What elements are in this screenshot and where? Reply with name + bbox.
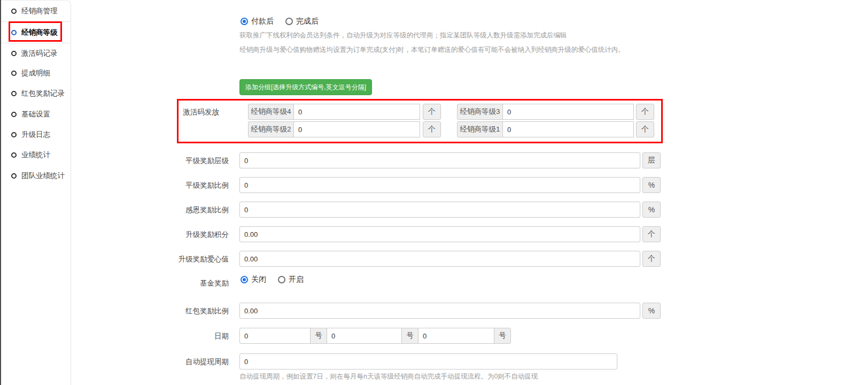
radio-selected-icon xyxy=(241,276,248,283)
unit-addon-day: 号 xyxy=(494,328,511,344)
circle-icon xyxy=(11,173,17,179)
unit-addon-layer[interactable]: 层 xyxy=(642,152,661,168)
sidebar-item-label: 业绩统计 xyxy=(21,150,50,160)
window-edge xyxy=(0,0,1,385)
activation-level3-input[interactable] xyxy=(502,104,634,120)
date-input-group: 号 号 号 xyxy=(239,328,511,344)
activation-level1-input[interactable] xyxy=(502,121,634,137)
help-text-auto-withdraw: 自动提现周期，例如设置7日，则在每月每n天该等级经销商自动完成手动提现流程。为0… xyxy=(239,372,538,381)
input-prefix-label: 经销商等级4 xyxy=(248,104,294,120)
sidebar-item-label: 升级日志 xyxy=(21,130,50,140)
circle-icon xyxy=(11,71,17,76)
dealer-level-settings-page: 经销商管理 经销商等级 激活码记录 提成明细 红包奖励记录 基础设置 升级日志 xyxy=(0,0,868,385)
radio-label: 开启 xyxy=(289,275,304,284)
upgrade-reward-love-value-input[interactable] xyxy=(239,251,640,267)
sidebar-item-label: 提成明细 xyxy=(21,68,50,78)
upgrade-reward-points-input[interactable] xyxy=(239,226,640,242)
input-prefix-label: 经销商等级3 xyxy=(457,104,503,120)
fund-reward-label: 基金奖励 xyxy=(107,279,229,288)
unit-addon-ge[interactable]: 个 xyxy=(642,251,661,267)
date-label: 日期 xyxy=(107,332,229,341)
input-prefix-label: 经销商等级1 xyxy=(457,121,503,137)
sidebar-item-label: 红包奖励记录 xyxy=(21,89,65,98)
same-level-reward-layers-label: 平级奖励层级 xyxy=(107,156,229,166)
add-group-button[interactable]: 添加分组[选择升级方式编号,英文逗号分隔] xyxy=(239,79,372,95)
activation-group-level3: 经销商等级3 xyxy=(457,104,634,120)
upgrade-reward-love-value-label: 升级奖励爱心值 xyxy=(107,255,229,264)
circle-icon xyxy=(11,132,17,137)
upgrade-reward-points-label: 升级奖励积分 xyxy=(107,230,229,240)
sidebar-item-upgrade-log[interactable]: 升级日志 xyxy=(0,124,71,145)
gratitude-reward-ratio-input[interactable] xyxy=(239,202,640,218)
unit-addon-percent[interactable]: % xyxy=(642,202,661,218)
redpacket-reward-ratio-label: 红包奖励比例 xyxy=(107,306,229,316)
radio-label: 完成后 xyxy=(296,17,319,26)
circle-icon xyxy=(11,91,17,96)
unit-addon-day: 号 xyxy=(401,328,418,344)
sidebar-item-label: 经销商管理 xyxy=(21,6,58,16)
activation-codes-label: 激活码发放 xyxy=(150,107,219,117)
radio-unselected-icon xyxy=(278,276,285,283)
unit-addon-ge[interactable]: 个 xyxy=(636,104,654,120)
sidebar-item-label: 基础设置 xyxy=(21,110,50,119)
date-input-3[interactable] xyxy=(418,328,494,344)
activation-level4-input[interactable] xyxy=(293,104,420,120)
input-prefix-label: 经销商等级2 xyxy=(248,121,294,137)
circle-icon xyxy=(11,9,17,14)
radio-label: 关闭 xyxy=(251,275,266,284)
unit-addon-day: 号 xyxy=(310,328,327,344)
help-text-upgrade-condition: 获取推广下线权利的会员达到条件，自动升级为对应等级的代理商；指定某团队等级人数升… xyxy=(239,31,567,40)
radio-option-closed[interactable]: 关闭 xyxy=(241,275,266,284)
circle-icon xyxy=(11,152,17,158)
upgrade-timing-radio-group: 付款后 完成后 xyxy=(241,17,319,26)
sidebar-item-activation-code-records[interactable]: 激活码记录 xyxy=(0,43,71,64)
sidebar-item-commission-details[interactable]: 提成明细 xyxy=(0,63,71,83)
fund-reward-radio-group: 关闭 开启 xyxy=(241,275,304,284)
same-level-reward-ratio-label: 平级奖励比例 xyxy=(107,181,229,190)
radio-option-after-payment[interactable]: 付款后 xyxy=(241,17,274,26)
sidebar-item-redpacket-reward-records[interactable]: 红包奖励记录 xyxy=(0,83,71,104)
sidebar-item-label: 激活码记录 xyxy=(21,49,58,58)
unit-addon-percent[interactable]: % xyxy=(642,177,661,193)
activation-group-level1: 经销商等级1 xyxy=(457,121,634,137)
circle-icon xyxy=(11,112,17,117)
same-level-reward-layers-input[interactable] xyxy=(239,152,640,168)
radio-label: 付款后 xyxy=(251,17,274,26)
unit-addon-ge[interactable]: 个 xyxy=(642,226,661,242)
auto-withdraw-cycle-input[interactable] xyxy=(239,353,617,369)
sidebar-item-dealer-management[interactable]: 经销商管理 xyxy=(0,1,71,21)
unit-addon-ge[interactable]: 个 xyxy=(423,121,441,137)
help-text-love-value-note: 经销商升级与爱心值购物赠送均设置为订单完成(支付)时，本笔订单赠送的爱心值有可能… xyxy=(239,45,625,55)
sidebar-item-label: 经销商等级 xyxy=(21,28,58,37)
sidebar-item-label: 团队业绩统计 xyxy=(21,171,65,181)
sidebar-item-team-performance-stats[interactable]: 团队业绩统计 xyxy=(0,165,71,186)
radio-selected-icon xyxy=(241,18,248,25)
sidebar: 经销商管理 经销商等级 激活码记录 提成明细 红包奖励记录 基础设置 升级日志 xyxy=(0,0,71,385)
activation-group-level4: 经销商等级4 xyxy=(248,104,420,120)
unit-addon-ge[interactable]: 个 xyxy=(636,121,654,137)
gratitude-reward-ratio-label: 感恩奖励比例 xyxy=(107,205,229,215)
sidebar-item-dealer-level[interactable]: 经销商等级 xyxy=(0,22,71,43)
circle-icon xyxy=(11,30,17,35)
radio-unselected-icon xyxy=(285,18,293,25)
activation-level2-input[interactable] xyxy=(293,121,420,137)
date-input-1[interactable] xyxy=(239,328,311,344)
date-input-2[interactable] xyxy=(327,328,402,344)
circle-icon xyxy=(11,51,17,56)
radio-option-after-completion[interactable]: 完成后 xyxy=(285,17,319,26)
unit-addon-ge[interactable]: 个 xyxy=(423,104,441,120)
sidebar-item-basic-settings[interactable]: 基础设置 xyxy=(0,104,71,125)
redpacket-reward-ratio-input[interactable] xyxy=(239,303,640,319)
unit-addon-percent[interactable]: % xyxy=(642,303,661,319)
auto-withdraw-cycle-label: 自动提现周期 xyxy=(107,357,229,367)
activation-group-level2: 经销商等级2 xyxy=(248,121,420,137)
sidebar-item-performance-stats[interactable]: 业绩统计 xyxy=(0,144,71,165)
radio-option-open[interactable]: 开启 xyxy=(278,275,304,284)
same-level-reward-ratio-input[interactable] xyxy=(239,177,640,193)
